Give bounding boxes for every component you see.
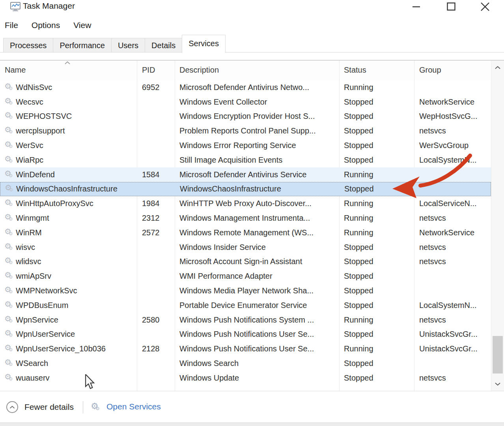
- column-header-pid[interactable]: PID: [142, 66, 155, 75]
- service-pid: 2580: [137, 315, 175, 325]
- vertical-scrollbar[interactable]: [491, 60, 504, 391]
- service-status: Running: [339, 83, 414, 92]
- service-name: Winmgmt: [16, 214, 137, 223]
- window-title: Task Manager: [23, 1, 75, 11]
- maximize-button[interactable]: [442, 0, 460, 13]
- tab-processes[interactable]: Processes: [3, 38, 53, 53]
- service-status: Stopped: [339, 359, 414, 368]
- task-manager-app-icon: [10, 2, 21, 12]
- close-button[interactable]: [476, 0, 494, 13]
- service-name: WerSvc: [16, 141, 137, 150]
- service-group: NetworkService: [414, 228, 491, 237]
- window-bottom-edge: [0, 422, 504, 426]
- scroll-up-icon[interactable]: [491, 62, 504, 73]
- tab-services[interactable]: Services: [182, 35, 226, 53]
- table-row[interactable]: ⚙ ⚙ WSearch Windows Search Stopped: [0, 356, 491, 371]
- service-name: WMPNetworkSvc: [16, 286, 137, 295]
- tab-details[interactable]: Details: [145, 38, 182, 53]
- service-gear-icon: ⚙ ⚙: [4, 285, 15, 295]
- service-description: Windows Management Instrumenta...: [175, 214, 339, 223]
- table-row[interactable]: ⚙ ⚙ WpnUserService_10b036 2128 Windows P…: [0, 342, 491, 356]
- table-row[interactable]: ⚙ ⚙ WdNisSvc 6952 Microsoft Defender Ant…: [0, 80, 491, 95]
- service-name: WiaRpc: [16, 156, 137, 165]
- service-description: WinHTTP Web Proxy Auto-Discover...: [175, 199, 339, 208]
- table-row[interactable]: ⚙ ⚙ WpnService 2580 Windows Push Notific…: [0, 313, 491, 327]
- service-gear-icon: ⚙ ⚙: [4, 242, 15, 252]
- fewer-details-label: Fewer details: [24, 402, 74, 412]
- service-description: WindowsChaosInfrastructure: [175, 184, 340, 193]
- menu-options[interactable]: Options: [32, 21, 60, 30]
- minimize-button[interactable]: [408, 0, 425, 13]
- service-status: Stopped: [339, 126, 414, 135]
- service-name: wuauserv: [16, 373, 137, 383]
- service-group: netsvcs: [414, 243, 491, 252]
- service-description: Windows Encryption Provider Host S...: [175, 112, 339, 121]
- scroll-down-icon[interactable]: [491, 378, 504, 389]
- table-row[interactable]: ⚙ ⚙ wercplsupport Problem Reports Contro…: [0, 124, 491, 138]
- service-description: Microsoft Account Sign-in Assistant: [175, 257, 339, 266]
- column-header-name[interactable]: Name: [5, 66, 26, 75]
- service-description: Windows Push Notifications System ...: [175, 315, 339, 325]
- service-status: Stopped: [339, 286, 414, 295]
- service-status: Stopped: [339, 301, 414, 310]
- table-row[interactable]: ⚙ ⚙ wuauserv Windows Update Stopped nets…: [0, 371, 491, 385]
- service-status: Stopped: [339, 112, 414, 121]
- tab-users[interactable]: Users: [111, 38, 145, 53]
- service-gear-icon: ⚙ ⚙: [4, 212, 15, 223]
- table-row[interactable]: ⚙ ⚙ WiaRpc Still Image Acquisition Event…: [0, 153, 491, 167]
- service-status: Stopped: [339, 330, 414, 339]
- tab-performance[interactable]: Performance: [53, 38, 111, 53]
- service-gear-icon: ⚙ ⚙: [4, 358, 15, 368]
- service-pid: 1584: [137, 170, 175, 179]
- service-gear-icon: ⚙ ⚙: [4, 111, 15, 121]
- menu-file[interactable]: File: [5, 21, 18, 30]
- service-group: LocalServiceN...: [414, 199, 491, 208]
- table-row[interactable]: ⚙ ⚙ WpnUserService Windows Push Notifica…: [0, 327, 491, 342]
- service-group: UnistackSvcGr...: [414, 344, 491, 353]
- service-gear-icon: ⚙ ⚙: [4, 140, 15, 150]
- service-group: LocalSystemN...: [414, 156, 491, 165]
- table-row[interactable]: ⚙ ⚙ WEPHOSTSVC Windows Encryption Provid…: [0, 109, 491, 124]
- table-row[interactable]: ⚙ ⚙ WinHttpAutoProxySvc 1984 WinHTTP Web…: [0, 196, 491, 211]
- service-name: WdNisSvc: [16, 83, 137, 92]
- table-row[interactable]: ⚙ ⚙ WMPNetworkSvc Windows Media Player N…: [0, 283, 491, 298]
- table-row[interactable]: ⚙ ⚙ wisvc Windows Insider Service Stoppe…: [0, 240, 491, 255]
- column-header-description[interactable]: Description: [179, 66, 219, 75]
- table-row[interactable]: ⚙ ⚙ WPDBusEnum Portable Device Enumerato…: [0, 298, 491, 313]
- scrollbar-thumb[interactable]: [493, 336, 503, 373]
- service-gear-icon: ⚙ ⚙: [4, 227, 15, 237]
- column-header-row: Name PID Description Status Group: [0, 60, 491, 80]
- service-gear-icon: ⚙ ⚙: [4, 270, 15, 281]
- fewer-details-button[interactable]: Fewer details: [6, 401, 74, 413]
- service-gear-icon: ⚙ ⚙: [4, 198, 15, 208]
- service-pid: 2312: [137, 214, 175, 223]
- service-name: wmiApSrv: [16, 272, 137, 281]
- service-gear-icon: ⚙ ⚙: [4, 300, 15, 310]
- service-gear-icon: ⚙ ⚙: [4, 82, 15, 92]
- service-status: Stopped: [339, 272, 414, 281]
- open-services-link[interactable]: ⚙ ⚙ Open Services: [91, 401, 161, 412]
- table-row[interactable]: ⚙ ⚙ WindowsChaosInfrastructure WindowsCh…: [0, 182, 491, 197]
- table-row[interactable]: ⚙ ⚙ WerSvc Windows Error Reporting Servi…: [0, 138, 491, 153]
- table-row[interactable]: ⚙ ⚙ WinDefend 1584 Microsoft Defender An…: [0, 167, 491, 182]
- service-group: netsvcs: [414, 126, 491, 135]
- table-row[interactable]: ⚙ ⚙ Wecsvc Windows Event Collector Stopp…: [0, 95, 491, 109]
- menu-view[interactable]: View: [73, 21, 91, 30]
- table-row[interactable]: ⚙ ⚙ Winmgmt 2312 Windows Management Inst…: [0, 211, 491, 225]
- service-status: Stopped: [339, 98, 414, 107]
- service-status: Running: [339, 228, 414, 237]
- service-description: Windows Push Notifications User Se...: [175, 330, 339, 339]
- table-row[interactable]: ⚙ ⚙ wmiApSrv WMI Performance Adapter Sto…: [0, 269, 491, 283]
- service-status: Running: [339, 214, 414, 223]
- table-row[interactable]: ⚙ ⚙ wlidsvc Microsoft Account Sign-in As…: [0, 255, 491, 269]
- service-name: wercplsupport: [16, 126, 137, 135]
- service-name: WinDefend: [16, 170, 137, 179]
- table-row[interactable]: ⚙ ⚙ WinRM 2572 Windows Remote Management…: [0, 225, 491, 240]
- service-pid: 1984: [137, 199, 175, 208]
- service-status: Running: [339, 344, 414, 353]
- service-group: NetworkService: [414, 98, 491, 107]
- service-group: netsvcs: [414, 214, 491, 223]
- service-pid: 2572: [137, 228, 175, 237]
- column-header-group[interactable]: Group: [419, 66, 441, 75]
- column-header-status[interactable]: Status: [344, 66, 366, 75]
